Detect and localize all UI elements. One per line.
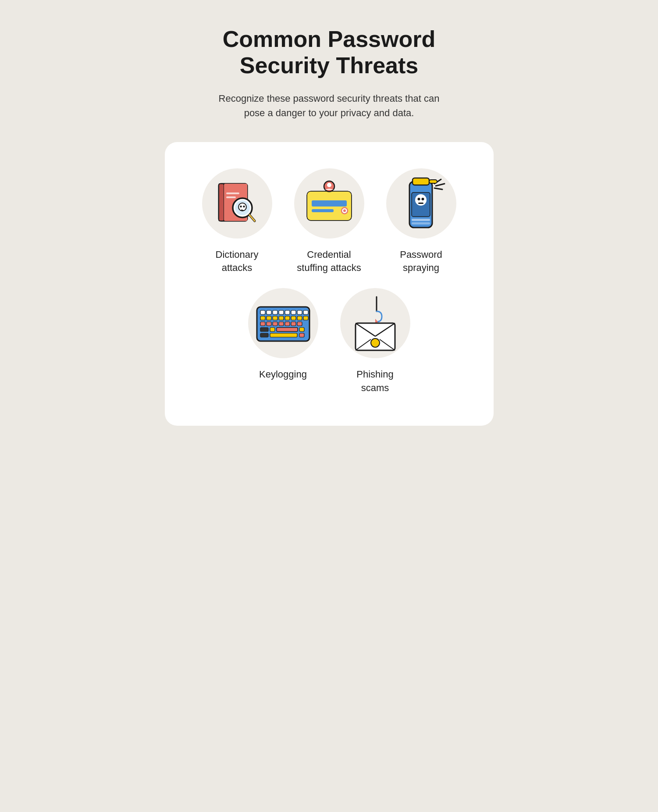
- svg-rect-55: [285, 316, 290, 320]
- svg-rect-58: [303, 316, 308, 320]
- svg-line-16: [249, 215, 255, 221]
- threats-bottom-row: Keylogging: [187, 288, 472, 395]
- svg-rect-3: [226, 192, 239, 194]
- threat-item-dictionary: Dictionary attacks: [196, 168, 279, 275]
- svg-rect-67: [270, 328, 275, 331]
- svg-rect-40: [412, 219, 430, 221]
- svg-point-21: [327, 183, 331, 187]
- page-wrapper: Common Password Security Threats Recogni…: [165, 26, 494, 426]
- svg-rect-23: [312, 209, 334, 212]
- credential-stuffing-label: Credential stuffing attacks: [297, 248, 361, 275]
- threat-item-phishing: Phishing scams: [334, 288, 417, 395]
- dictionary-attacks-icon: [211, 177, 263, 230]
- svg-rect-63: [285, 322, 290, 326]
- credential-icon-circle: [294, 168, 364, 239]
- svg-rect-44: [267, 310, 271, 314]
- page-title: Common Password Security Threats: [223, 26, 435, 79]
- svg-rect-41: [412, 222, 430, 224]
- svg-rect-65: [297, 322, 302, 326]
- password-spraying-label: Password spraying: [400, 248, 442, 275]
- svg-rect-43: [260, 310, 265, 314]
- threats-card: Dictionary attacks: [165, 142, 494, 426]
- password-spraying-icon: [397, 173, 445, 234]
- threat-item-spraying: Password spraying: [380, 168, 463, 275]
- svg-rect-56: [291, 316, 296, 320]
- svg-rect-54: [279, 316, 284, 320]
- svg-rect-61: [273, 322, 277, 326]
- svg-rect-66: [260, 328, 268, 331]
- svg-rect-62: [279, 322, 284, 326]
- svg-rect-64: [291, 322, 296, 326]
- phishing-scams-icon: [347, 295, 404, 352]
- keylogging-label: Keylogging: [259, 368, 307, 381]
- svg-rect-50: [303, 310, 308, 314]
- svg-point-34: [417, 198, 420, 200]
- phishing-scams-label: Phishing scams: [356, 368, 393, 395]
- threats-top-row: Dictionary attacks: [187, 168, 472, 275]
- svg-rect-1: [219, 184, 224, 221]
- svg-point-33: [415, 194, 427, 206]
- svg-rect-22: [312, 200, 347, 207]
- page-subtitle: Recognize these password security threat…: [211, 91, 448, 120]
- svg-rect-69: [299, 328, 304, 331]
- svg-rect-51: [260, 316, 265, 320]
- spraying-icon-circle: [386, 168, 456, 239]
- svg-point-7: [238, 203, 246, 211]
- dictionary-icon-circle: [202, 168, 272, 239]
- svg-rect-45: [273, 310, 277, 314]
- svg-line-27: [436, 184, 445, 186]
- svg-rect-4: [226, 196, 236, 198]
- phishing-icon-circle: [340, 288, 410, 358]
- threat-item-credential: Credential stuffing attacks: [288, 168, 371, 275]
- svg-rect-72: [270, 333, 297, 337]
- svg-rect-52: [267, 316, 271, 320]
- svg-rect-30: [413, 178, 429, 185]
- svg-point-8: [240, 205, 242, 207]
- svg-rect-31: [429, 180, 437, 183]
- credential-stuffing-icon: [301, 179, 358, 228]
- svg-point-35: [421, 198, 424, 200]
- keylogging-icon-circle: [248, 288, 318, 358]
- threat-item-keylogging: Keylogging: [242, 288, 325, 395]
- svg-rect-57: [297, 316, 302, 320]
- svg-rect-59: [260, 322, 265, 326]
- svg-rect-49: [297, 310, 302, 314]
- svg-rect-71: [260, 333, 268, 337]
- svg-rect-53: [273, 316, 277, 320]
- svg-rect-48: [291, 310, 296, 314]
- svg-point-80: [371, 338, 380, 347]
- svg-rect-47: [285, 310, 290, 314]
- svg-rect-60: [267, 322, 271, 326]
- svg-rect-68: [277, 328, 298, 331]
- svg-point-25: [343, 209, 346, 212]
- svg-rect-70: [299, 333, 304, 337]
- dictionary-attacks-label: Dictionary attacks: [216, 248, 259, 275]
- svg-rect-46: [279, 310, 284, 314]
- svg-point-9: [243, 205, 245, 207]
- svg-line-28: [434, 188, 442, 189]
- keylogging-icon: [253, 299, 314, 347]
